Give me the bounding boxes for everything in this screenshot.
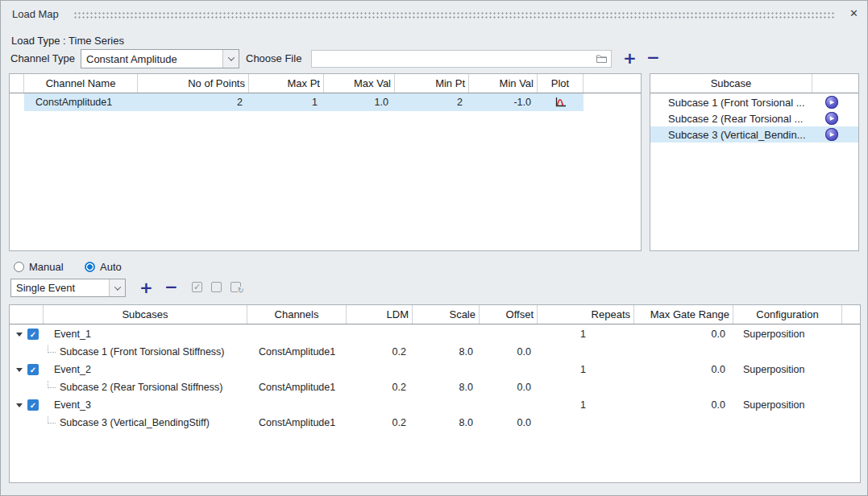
configuration-cell[interactable]: Superposition [733, 325, 842, 343]
column-header-channel-name[interactable]: Channel Name [24, 74, 138, 93]
ldm-cell[interactable]: 0.2 [347, 343, 413, 361]
column-header-no-of-points[interactable]: No of Points [138, 74, 249, 93]
event-type-select[interactable]: Single Event [10, 279, 126, 297]
column-header-subcase[interactable]: Subcase [650, 74, 812, 93]
channel-row[interactable]: ConstAmplitude1 2 1 1.0 2 -1.0 [10, 93, 641, 111]
radio-auto[interactable] [85, 262, 95, 272]
play-icon: ▶ [830, 115, 834, 122]
load-map-dialog: Load Map ✕ Load Type : Time Series Chann… [0, 0, 868, 496]
column-header-configuration[interactable]: Configuration [733, 305, 842, 324]
event-table: Subcases Channels LDM Scale Offset Repea… [9, 304, 861, 483]
subcase-label: Subcase 3 (Vertical_Bendin... [650, 129, 813, 141]
add-event-button[interactable]: + [139, 279, 153, 296]
check-icon: ✓ [30, 330, 36, 339]
play-button[interactable]: ▶ [825, 128, 838, 141]
offset-cell[interactable]: 0.0 [480, 414, 538, 432]
column-header-repeats[interactable]: Repeats [538, 305, 634, 324]
event-row[interactable]: ✓ Event_3 1 0.0 Superposition [10, 396, 860, 414]
reverse-selection-icon[interactable]: ↻ [230, 282, 241, 292]
column-header-trailing [584, 74, 641, 93]
column-header-channels[interactable]: Channels [247, 305, 347, 324]
event-checkbox[interactable]: ✓ [27, 399, 39, 411]
add-channel-button[interactable]: + [623, 50, 637, 66]
drag-handle[interactable] [73, 11, 835, 19]
ldm-cell[interactable]: 0.2 [347, 414, 413, 432]
scale-cell[interactable]: 8.0 [413, 378, 480, 396]
deselect-all-icon[interactable] [211, 282, 222, 292]
column-header-plot[interactable]: Plot [538, 74, 584, 93]
choose-file-label: Choose File [246, 52, 301, 64]
subrow-subcase: Subcase 2 (Rear Torsional Stiffness) [60, 382, 222, 393]
tree-connector [48, 416, 56, 424]
subrow-channel[interactable]: ConstAmplitude1 [247, 414, 347, 432]
subrow-channel[interactable]: ConstAmplitude1 [247, 343, 347, 361]
channel-type-select[interactable]: Constant Amplitude [81, 49, 239, 68]
subrow-channel[interactable]: ConstAmplitude1 [247, 378, 347, 396]
column-header-max-pt[interactable]: Max Pt [249, 74, 324, 93]
repeats-cell[interactable]: 1 [538, 325, 634, 343]
subcase-panel: Subcase Subcase 1 (Front Torsional ... ▶… [650, 73, 859, 251]
event-checkbox[interactable]: ✓ [27, 364, 39, 375]
column-header-ldm[interactable]: LDM [347, 305, 413, 324]
scale-cell[interactable]: 8.0 [413, 343, 480, 361]
channel-table-header: Channel Name No of Points Max Pt Max Val… [10, 74, 641, 93]
column-header-offset[interactable]: Offset [480, 305, 538, 324]
chevron-down-icon[interactable] [222, 50, 239, 68]
event-name: Event_2 [44, 361, 247, 378]
channel-name-cell: ConstAmplitude1 [24, 93, 138, 111]
expand-arrow-icon[interactable] [16, 333, 23, 337]
subcase-subrow[interactable]: Subcase 1 (Front Torsional Stiffness) Co… [10, 343, 860, 361]
min-pt-cell: 2 [395, 93, 469, 111]
remove-event-button[interactable]: − [164, 279, 178, 295]
subcase-subrow[interactable]: Subcase 3 (Vertical_BendingStiff) ConstA… [10, 414, 860, 432]
column-header-max-gate-range[interactable]: Max Gate Range [634, 305, 733, 324]
column-header-min-pt[interactable]: Min Pt [395, 74, 469, 93]
check-icon: ✓ [30, 366, 36, 374]
repeats-cell[interactable]: 1 [538, 396, 634, 414]
offset-cell[interactable]: 0.0 [480, 343, 538, 361]
offset-cell[interactable]: 0.0 [480, 378, 538, 396]
expand-arrow-icon[interactable] [16, 368, 23, 372]
expand-arrow-icon[interactable] [16, 403, 23, 407]
max-gate-range-cell[interactable]: 0.0 [634, 396, 733, 414]
close-icon[interactable]: ✕ [849, 7, 858, 19]
max-gate-range-cell[interactable]: 0.0 [634, 325, 733, 343]
tree-column [10, 305, 44, 324]
ldm-cell[interactable]: 0.2 [347, 378, 413, 396]
radio-auto-label: Auto [100, 261, 122, 273]
configuration-cell[interactable]: Superposition [733, 361, 842, 378]
subrow-subcase: Subcase 1 (Front Torsional Stiffness) [60, 346, 225, 358]
chevron-down-icon[interactable] [109, 279, 125, 296]
remove-channel-button[interactable]: − [646, 49, 660, 65]
configuration-cell[interactable]: Superposition [733, 396, 842, 414]
channel-type-label: Channel Type [10, 52, 75, 64]
subcase-subrow[interactable]: Subcase 2 (Rear Torsional Stiffness) Con… [10, 378, 860, 396]
plot-icon[interactable] [554, 97, 567, 108]
subcase-row[interactable]: Subcase 1 (Front Torsional ... ▶ [650, 94, 858, 110]
subcase-label: Subcase 1 (Front Torsional ... [650, 97, 813, 109]
event-name: Event_3 [44, 396, 247, 414]
column-header-subcases[interactable]: Subcases [44, 305, 247, 324]
play-button[interactable]: ▶ [825, 96, 838, 109]
no-of-points-cell: 2 [138, 93, 249, 111]
folder-icon[interactable] [596, 54, 608, 64]
column-header-min-val[interactable]: Min Val [469, 74, 538, 93]
radio-manual[interactable] [14, 262, 24, 272]
subcase-row-selected[interactable]: Subcase 3 (Vertical_Bendin... ▶ [650, 126, 858, 143]
repeats-cell[interactable]: 1 [538, 361, 634, 378]
event-row[interactable]: ✓ Event_1 1 0.0 Superposition [10, 325, 860, 343]
event-table-header: Subcases Channels LDM Scale Offset Repea… [10, 305, 860, 324]
select-all-icon[interactable]: ✓ [192, 282, 202, 292]
channel-type-value: Constant Amplitude [81, 50, 222, 68]
play-icon: ▶ [830, 99, 834, 105]
event-row[interactable]: ✓ Event_2 1 0.0 Superposition [10, 361, 860, 378]
column-header-trailing [842, 305, 860, 324]
scale-cell[interactable]: 8.0 [413, 414, 480, 432]
max-gate-range-cell[interactable]: 0.0 [634, 361, 733, 378]
column-header-scale[interactable]: Scale [413, 305, 480, 324]
play-button[interactable]: ▶ [825, 112, 838, 125]
file-path-input[interactable] [311, 50, 612, 68]
event-checkbox[interactable]: ✓ [27, 329, 39, 340]
column-header-max-val[interactable]: Max Val [324, 74, 395, 93]
subcase-row[interactable]: Subcase 2 (Rear Torsional ... ▶ [650, 110, 858, 126]
